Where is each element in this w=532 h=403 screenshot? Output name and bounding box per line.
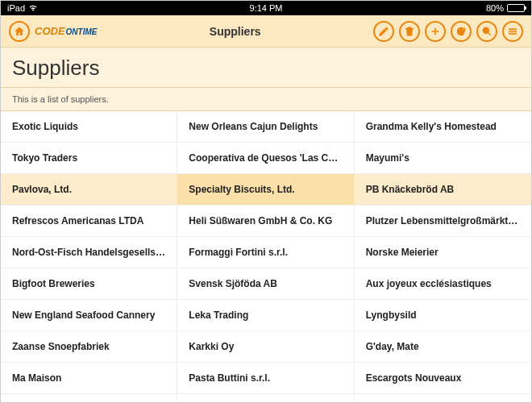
list-item[interactable]: Refrescos Americanas LTDA	[1, 206, 177, 237]
list-item[interactable]: New England Seafood Cannery	[1, 300, 177, 331]
delete-button[interactable]	[399, 21, 420, 42]
list-item[interactable]: Forêts d'érables	[177, 394, 354, 403]
list-item[interactable]: Bigfoot Breweries	[1, 268, 177, 300]
list-item[interactable]: Lyngbysild	[355, 300, 531, 331]
list-item[interactable]: Specialty Biscuits, Ltd.	[177, 174, 354, 206]
list-item[interactable]: Karkki Oy	[177, 331, 354, 363]
refresh-button[interactable]	[451, 21, 472, 42]
add-button[interactable]	[425, 21, 446, 42]
edit-button[interactable]	[373, 21, 394, 42]
status-right: 80%	[352, 3, 525, 13]
list-item[interactable]: Nord-Ost-Fisch Handelsgesellschaft …	[1, 237, 177, 268]
wifi-icon	[28, 3, 38, 13]
list-item[interactable]: Ma Maison	[1, 363, 177, 394]
list-item[interactable]: Gai pâturage	[1, 394, 177, 403]
list-item[interactable]: Norske Meierier	[355, 237, 531, 268]
list-item[interactable]: Escargots Nouveaux	[355, 363, 531, 394]
status-left: iPad	[7, 3, 180, 13]
supplier-grid: Exotic LiquidsNew Orleans Cajun Delights…	[1, 111, 531, 403]
status-time: 9:14 PM	[180, 3, 352, 13]
nav-bar: CODE ONTIME Suppliers	[1, 15, 531, 48]
nav-right	[373, 21, 523, 42]
search-button[interactable]	[476, 21, 497, 42]
list-item[interactable]: PB Knäckebröd AB	[355, 174, 531, 206]
page-title: Suppliers	[1, 48, 531, 88]
menu-button[interactable]	[502, 21, 523, 42]
list-item[interactable]: Exotic Liquids	[1, 111, 177, 143]
home-button[interactable]	[9, 21, 30, 42]
list-item[interactable]: Cooperativa de Quesos 'Las Cabras'	[177, 143, 354, 174]
list-item[interactable]: Pavlova, Ltd.	[1, 174, 177, 206]
list-item[interactable]: Zaanse Snoepfabriek	[1, 331, 177, 363]
device-label: iPad	[7, 3, 25, 13]
list-item[interactable]: Tokyo Traders	[1, 143, 177, 174]
list-item[interactable]: Heli Süßwaren GmbH & Co. KG	[177, 206, 354, 237]
list-item[interactable]: Formaggi Fortini s.r.l.	[177, 237, 354, 268]
battery-percent: 80%	[486, 3, 504, 13]
list-item[interactable]: New Orleans Cajun Delights	[177, 111, 354, 143]
list-item[interactable]: Mayumi's	[355, 143, 531, 174]
list-item[interactable]: Pasta Buttini s.r.l.	[177, 363, 354, 394]
list-item[interactable]: Grandma Kelly's Homestead	[355, 111, 531, 143]
nav-title: Suppliers	[97, 25, 373, 38]
svg-point-0	[483, 27, 488, 33]
list-item[interactable]: G'day, Mate	[355, 331, 531, 363]
logo: CODE ONTIME	[35, 25, 97, 37]
page-description: This is a list of suppliers.	[1, 88, 531, 111]
list-item[interactable]: Leka Trading	[177, 300, 354, 331]
list-item[interactable]: Aux joyeux ecclésiastiques	[355, 268, 531, 300]
list-item[interactable]: Plutzer Lebensmittelgroßmärkte AG	[355, 206, 531, 237]
logo-part2: ONTIME	[66, 27, 98, 36]
status-bar: iPad 9:14 PM 80%	[1, 1, 531, 15]
list-item[interactable]: Svensk Sjöföda AB	[177, 268, 354, 300]
nav-left: CODE ONTIME	[9, 21, 97, 42]
logo-part1: CODE	[35, 25, 65, 37]
list-item[interactable]: New Suppliers	[355, 394, 531, 403]
battery-icon	[507, 4, 525, 12]
